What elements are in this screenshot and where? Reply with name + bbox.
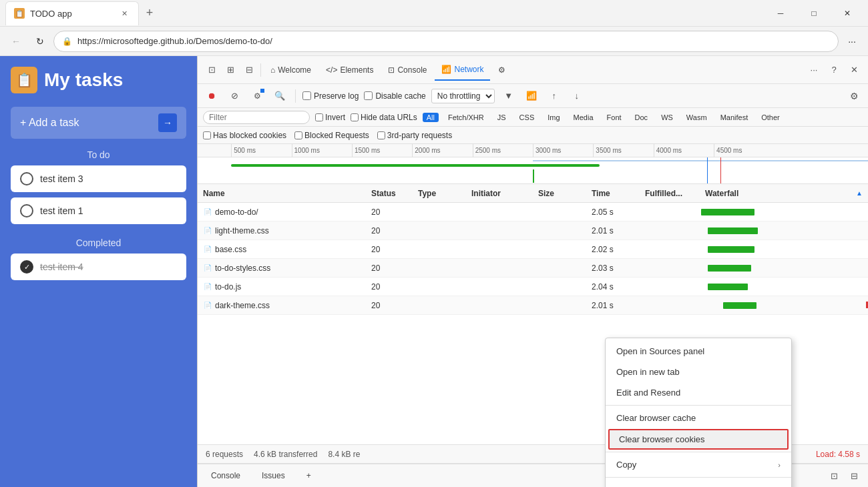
row-status-5: 20 <box>366 282 413 292</box>
col-header-waterfall[interactable]: Waterfall ▲ <box>700 189 868 198</box>
dock-button[interactable]: ⊟ <box>845 467 863 484</box>
third-party-checkbox[interactable]: 3rd-party requests <box>377 131 452 140</box>
network-settings-button[interactable]: ⚙ <box>845 87 863 105</box>
filter-type-css[interactable]: CSS <box>515 113 539 122</box>
hide-data-urls-label: Hide data URLs <box>361 113 417 122</box>
record-button[interactable]: ⏺ <box>203 87 220 105</box>
has-blocked-cookies-checkbox[interactable]: Has blocked cookies <box>203 131 286 140</box>
waterfall-bar-2 <box>708 227 758 234</box>
bottom-tab-issues[interactable]: Issues <box>254 468 293 483</box>
col-header-fulfilled[interactable]: Fulfilled... <box>640 189 700 198</box>
table-row[interactable]: 📄 demo-to-do/ 20 2.05 s <box>198 203 868 221</box>
tab-console[interactable]: ⊡ Console <box>381 59 433 81</box>
disable-cache-input[interactable] <box>364 91 373 100</box>
col-header-size[interactable]: Size <box>533 189 586 198</box>
elements-tab-label: Elements <box>340 65 373 75</box>
add-task-button[interactable]: + Add a task → <box>11 107 186 139</box>
table-row[interactable]: 📄 dark-theme.css 20 2.01 s <box>198 296 868 315</box>
menu-item-edit-resend[interactable]: Edit and Resend <box>606 382 791 403</box>
home-icon: ⌂ <box>270 65 275 75</box>
filter-type-ws[interactable]: WS <box>657 113 677 122</box>
download-icon[interactable]: ↓ <box>568 87 586 105</box>
clear-button[interactable]: ⊘ <box>226 87 243 105</box>
menu-item-open-sources[interactable]: Open in Sources panel <box>606 341 791 362</box>
filter-type-font[interactable]: Font <box>603 113 626 122</box>
task-checkbox-1[interactable] <box>20 172 33 185</box>
console-drawer-button[interactable]: ⊟ <box>240 61 258 79</box>
refresh-button[interactable]: ↻ <box>29 31 51 52</box>
tab-close-button[interactable]: ✕ <box>118 7 130 19</box>
devtools-help-button[interactable]: ? <box>825 61 843 79</box>
table-row[interactable]: 📄 base.css 20 2.02 s <box>198 240 868 259</box>
filter-type-other[interactable]: Other <box>757 113 784 122</box>
col-header-status[interactable]: Status <box>366 189 413 198</box>
col-header-type[interactable]: Type <box>413 189 466 198</box>
menu-item-clear-cache[interactable]: Clear browser cache <box>606 408 791 428</box>
filter-type-fetch-xhr[interactable]: Fetch/XHR <box>444 113 488 122</box>
filter-type-media[interactable]: Media <box>570 113 598 122</box>
preserve-log-input[interactable] <box>302 91 311 100</box>
col-header-time[interactable]: Time <box>586 189 640 198</box>
menu-item-clear-cookies[interactable]: Clear browser cookies <box>608 429 789 450</box>
menu-item-open-new-tab[interactable]: Open in new tab <box>606 362 791 382</box>
table-row[interactable]: 📄 to-do.js 20 2.04 s <box>198 278 868 296</box>
tab-elements[interactable]: </> Elements <box>319 59 380 81</box>
devtools-toolbar-right: ··· ? ✕ <box>805 61 863 79</box>
invert-checkbox[interactable]: Invert <box>315 113 345 122</box>
filter-type-js[interactable]: JS <box>493 113 510 122</box>
device-toolbar-button[interactable]: ⊞ <box>222 61 239 79</box>
filter-type-img[interactable]: Img <box>544 113 564 122</box>
bottom-tab-console[interactable]: Console <box>203 468 248 483</box>
new-tab-button[interactable]: + <box>139 3 160 24</box>
browser-tab[interactable]: 📋 TODO app ✕ <box>5 1 139 25</box>
col-header-name[interactable]: Name <box>198 189 366 198</box>
menu-item-copy[interactable]: Copy › <box>606 454 791 475</box>
close-button[interactable]: ✕ <box>832 3 863 24</box>
filter-type-doc[interactable]: Doc <box>631 113 652 122</box>
devtools-more-button[interactable]: ··· <box>805 61 823 79</box>
tab-network[interactable]: 📶 Network <box>435 59 490 81</box>
throttle-dropdown-icon[interactable]: ▼ <box>500 87 517 105</box>
load-time: Load: 4.58 s <box>816 450 860 459</box>
menu-open-sources-label: Open in Sources panel <box>616 346 704 356</box>
hide-data-urls-checkbox[interactable]: Hide data URLs <box>351 113 417 122</box>
filter-type-wasm[interactable]: Wasm <box>682 113 711 122</box>
url-bar[interactable]: 🔒 https://microsoftedge.github.io/Demos/… <box>53 31 839 52</box>
maximize-button[interactable]: □ <box>799 3 829 24</box>
main-content: 📋 My tasks + Add a task → To do test ite… <box>0 56 868 487</box>
filter-input[interactable] <box>203 111 310 124</box>
task-item-1[interactable]: test item 3 <box>11 165 186 192</box>
address-bar: ← ↻ 🔒 https://microsoftedge.github.io/De… <box>0 27 868 56</box>
row-name-5: 📄 to-do.js <box>198 282 366 292</box>
filter-type-all[interactable]: All <box>423 113 439 122</box>
search-button[interactable]: 🔍 <box>271 87 288 105</box>
menu-item-block-url[interactable]: Block request URL <box>606 480 791 487</box>
minimize-button[interactable]: ─ <box>765 3 796 24</box>
row-waterfall-4 <box>700 259 868 277</box>
tab-welcome[interactable]: ⌂ Welcome <box>264 59 318 81</box>
disable-cache-checkbox[interactable]: Disable cache <box>364 91 425 101</box>
task-checkbox-2[interactable] <box>20 204 33 217</box>
back-button[interactable]: ← <box>5 31 27 52</box>
task-item-completed-1[interactable]: ✓ test item 4 <box>11 254 186 280</box>
undock-button[interactable]: ⊡ <box>825 467 843 484</box>
blocked-requests-checkbox[interactable]: Blocked Requests <box>294 131 369 140</box>
waterfall-label: Waterfall <box>705 189 738 198</box>
preserve-log-checkbox[interactable]: Preserve log <box>302 91 359 101</box>
upload-icon[interactable]: ↑ <box>546 87 563 105</box>
table-row[interactable]: 📄 to-do-styles.css 20 2.03 s <box>198 259 868 278</box>
tab-more[interactable]: ⚙ <box>491 59 512 81</box>
task-item-2[interactable]: test item 1 <box>11 197 186 224</box>
inspect-element-button[interactable]: ⊡ <box>203 61 220 79</box>
bottom-tab-add[interactable]: + <box>298 468 319 483</box>
task-checkbox-completed-1[interactable]: ✓ <box>20 260 33 274</box>
devtools-close-button[interactable]: ✕ <box>845 61 863 79</box>
browser-menu-button[interactable]: ··· <box>841 31 863 52</box>
invert-label: Invert <box>325 113 345 122</box>
blocked-requests-label: Blocked Requests <box>304 131 369 140</box>
table-row[interactable]: 📄 light-theme.css 20 2.01 s <box>198 221 868 240</box>
filter-icon-btn[interactable]: ⚙ <box>248 87 266 105</box>
filter-type-manifest[interactable]: Manifest <box>716 113 752 122</box>
col-header-initiator[interactable]: Initiator <box>466 189 533 198</box>
throttle-select[interactable]: No throttling <box>431 89 495 103</box>
